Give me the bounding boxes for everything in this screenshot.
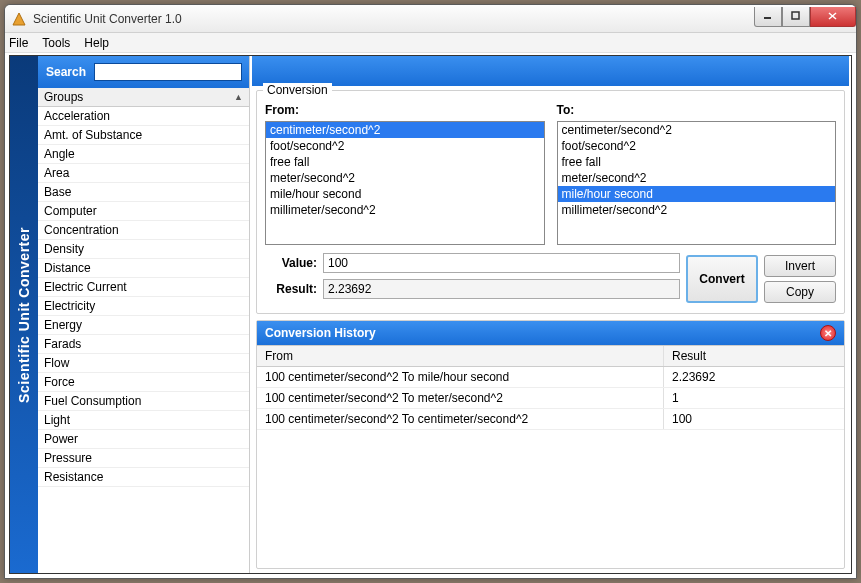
conversion-legend: Conversion	[263, 83, 332, 97]
menubar: File Tools Help	[5, 33, 856, 53]
value-label: Value:	[265, 256, 317, 270]
group-item[interactable]: Computer	[38, 202, 249, 221]
to-listbox[interactable]: centimeter/second^2foot/second^2free fal…	[557, 121, 837, 245]
unit-option[interactable]: centimeter/second^2	[558, 122, 836, 138]
invert-button[interactable]: Invert	[764, 255, 836, 277]
search-label: Search	[46, 65, 86, 79]
convert-button[interactable]: Convert	[686, 255, 758, 303]
top-blue-bar	[252, 56, 849, 86]
from-label: From:	[265, 103, 545, 117]
history-cell-result: 1	[664, 388, 844, 408]
search-bar: Search	[38, 56, 249, 88]
group-item[interactable]: Area	[38, 164, 249, 183]
client-area: Scientific Unit Converter Search Groups …	[9, 55, 852, 574]
maximize-icon	[791, 11, 801, 21]
group-item[interactable]: Farads	[38, 335, 249, 354]
history-row[interactable]: 100 centimeter/second^2 To mile/hour sec…	[257, 367, 844, 388]
app-window: Scientific Unit Converter 1.0 File Tools…	[4, 4, 857, 579]
menu-tools[interactable]: Tools	[42, 36, 70, 50]
group-item[interactable]: Light	[38, 411, 249, 430]
group-item[interactable]: Fuel Consumption	[38, 392, 249, 411]
menu-help[interactable]: Help	[84, 36, 109, 50]
unit-option[interactable]: mile/hour second	[266, 186, 544, 202]
history-row[interactable]: 100 centimeter/second^2 To meter/second^…	[257, 388, 844, 409]
sidebar-vertical-label: Scientific Unit Converter	[16, 227, 32, 403]
history-row[interactable]: 100 centimeter/second^2 To centimeter/se…	[257, 409, 844, 430]
group-item[interactable]: Electricity	[38, 297, 249, 316]
group-item[interactable]: Acceleration	[38, 107, 249, 126]
unit-option[interactable]: free fall	[266, 154, 544, 170]
conversion-group: Conversion From: centimeter/second^2foot…	[256, 90, 845, 314]
group-item[interactable]: Resistance	[38, 468, 249, 487]
history-panel: Conversion History ✕ From Result 100 cen…	[256, 320, 845, 569]
group-item[interactable]: Power	[38, 430, 249, 449]
right-panel: Conversion From: centimeter/second^2foot…	[250, 56, 851, 573]
history-col-result: Result	[664, 346, 844, 366]
unit-option[interactable]: foot/second^2	[266, 138, 544, 154]
from-listbox[interactable]: centimeter/second^2foot/second^2free fal…	[265, 121, 545, 245]
group-item[interactable]: Density	[38, 240, 249, 259]
group-item[interactable]: Force	[38, 373, 249, 392]
group-item[interactable]: Base	[38, 183, 249, 202]
app-icon	[11, 11, 27, 27]
history-header: Conversion History ✕	[257, 321, 844, 345]
group-item[interactable]: Amt. of Substance	[38, 126, 249, 145]
group-item[interactable]: Flow	[38, 354, 249, 373]
groups-header[interactable]: Groups ▲	[38, 88, 249, 107]
collapse-icon: ▲	[234, 92, 243, 102]
unit-option[interactable]: meter/second^2	[266, 170, 544, 186]
history-close-icon[interactable]: ✕	[820, 325, 836, 341]
history-col-from: From	[257, 346, 664, 366]
to-label: To:	[557, 103, 837, 117]
copy-button[interactable]: Copy	[764, 281, 836, 303]
group-item[interactable]: Energy	[38, 316, 249, 335]
minimize-icon	[763, 11, 773, 21]
history-cell-from: 100 centimeter/second^2 To mile/hour sec…	[257, 367, 664, 387]
window-buttons	[754, 7, 856, 27]
unit-option[interactable]: millimeter/second^2	[266, 202, 544, 218]
value-input[interactable]	[323, 253, 680, 273]
history-cell-from: 100 centimeter/second^2 To meter/second^…	[257, 388, 664, 408]
group-item[interactable]: Distance	[38, 259, 249, 278]
history-table: From Result 100 centimeter/second^2 To m…	[257, 345, 844, 568]
maximize-button[interactable]	[782, 7, 810, 27]
unit-option[interactable]: free fall	[558, 154, 836, 170]
close-button[interactable]	[810, 7, 856, 27]
history-title: Conversion History	[265, 326, 376, 340]
result-label: Result:	[265, 282, 317, 296]
unit-option[interactable]: meter/second^2	[558, 170, 836, 186]
groups-list[interactable]: AccelerationAmt. of SubstanceAngleAreaBa…	[38, 107, 249, 573]
minimize-button[interactable]	[754, 7, 782, 27]
unit-option[interactable]: centimeter/second^2	[266, 122, 544, 138]
search-input[interactable]	[94, 63, 242, 81]
history-cell-result: 100	[664, 409, 844, 429]
history-cell-from: 100 centimeter/second^2 To centimeter/se…	[257, 409, 664, 429]
left-panel: Search Groups ▲ AccelerationAmt. of Subs…	[38, 56, 250, 573]
titlebar[interactable]: Scientific Unit Converter 1.0	[5, 5, 856, 33]
svg-rect-2	[792, 12, 799, 19]
menu-file[interactable]: File	[9, 36, 28, 50]
sidebar-strip: Scientific Unit Converter	[10, 56, 38, 573]
history-table-header: From Result	[257, 346, 844, 367]
group-item[interactable]: Concentration	[38, 221, 249, 240]
groups-header-label: Groups	[44, 90, 83, 104]
unit-option[interactable]: mile/hour second	[558, 186, 836, 202]
window-title: Scientific Unit Converter 1.0	[33, 12, 754, 26]
unit-option[interactable]: millimeter/second^2	[558, 202, 836, 218]
svg-marker-0	[13, 13, 25, 25]
unit-option[interactable]: foot/second^2	[558, 138, 836, 154]
group-item[interactable]: Electric Current	[38, 278, 249, 297]
result-output	[323, 279, 680, 299]
close-icon	[827, 11, 839, 21]
group-item[interactable]: Pressure	[38, 449, 249, 468]
history-cell-result: 2.23692	[664, 367, 844, 387]
group-item[interactable]: Angle	[38, 145, 249, 164]
